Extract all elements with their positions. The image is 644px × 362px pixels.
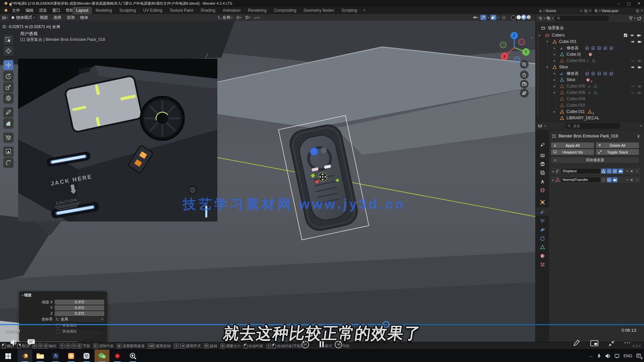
tab-material[interactable] [536, 252, 549, 260]
shrink-button[interactable] [608, 340, 615, 347]
xray-toggle[interactable] [500, 15, 506, 20]
camera-view-button[interactable] [520, 80, 529, 88]
properties-editor-type-icon[interactable] [538, 124, 542, 128]
viewlayer-selector[interactable]: ▾ ViewLayer ✕ [593, 7, 644, 14]
outliner-editor-type-icon[interactable] [538, 16, 542, 21]
menu-file[interactable]: 文件 [9, 8, 23, 13]
render-camera-off-icon[interactable] [637, 90, 642, 95]
expand-arrow[interactable]: ▸ [554, 46, 555, 50]
outliner-row-cube001[interactable]: ▾ Cube.001 [536, 39, 644, 45]
hide-eye-icon[interactable] [631, 40, 635, 44]
visibility-dropdown[interactable]: ▾ [472, 15, 479, 20]
tool-cursor[interactable] [3, 46, 13, 56]
properties-search-input[interactable] [572, 124, 610, 128]
outliner-row-cutter009[interactable]: Cutter.009 [536, 96, 644, 102]
modifier-name-field[interactable]: Displace [561, 169, 600, 174]
tab-scripting[interactable]: Scripting [338, 7, 361, 14]
tray-chevron[interactable]: ︿ [589, 353, 593, 359]
notification-tray-icon[interactable]: 5 [636, 353, 641, 359]
expand-arrow[interactable]: ▾ [546, 65, 548, 69]
minimize-button[interactable]: – [614, 0, 624, 7]
outliner-row-slice-data[interactable]: ▸ Slice 4 [536, 77, 644, 83]
orthographic-toggle-button[interactable] [520, 89, 529, 98]
microphone-icon[interactable] [597, 353, 601, 359]
maximize-button[interactable]: ▢ [624, 0, 634, 7]
close-button[interactable]: ✕ [634, 0, 644, 7]
shading-solid-button[interactable] [517, 15, 521, 19]
outliner-row-slice[interactable]: ▾ Slice [536, 64, 644, 70]
add-workspace-button[interactable]: + [361, 7, 368, 14]
toggle-render[interactable] [618, 169, 623, 174]
taskbar-app-orange[interactable] [64, 350, 78, 362]
tool-decal[interactable] [3, 146, 13, 157]
expand-arrow[interactable]: ▾ [546, 40, 548, 43]
taskbar-app-gray[interactable] [79, 350, 94, 362]
outliner-row-cutter006[interactable]: ▸ Cutter.006 [536, 89, 644, 96]
viewport-3d[interactable]: JACK HERE CAUTION D: -0.02671 m (0.02671… [0, 21, 535, 342]
remove-modifier-icon[interactable]: ✕ [630, 169, 633, 174]
hide-eye-closed-icon[interactable] [631, 59, 635, 63]
menu-view[interactable]: 视图 [38, 15, 50, 20]
tab-modifiers[interactable] [536, 207, 549, 216]
pan-button[interactable] [520, 70, 529, 79]
new-viewlayer-icon[interactable] [636, 9, 639, 13]
hide-eye-closed-icon[interactable] [631, 90, 635, 95]
tab-geometry-nodes[interactable]: Geometry Nodes [300, 7, 338, 14]
render-camera-icon[interactable] [637, 33, 641, 38]
toggle-realtime[interactable] [607, 177, 612, 182]
tab-modeling[interactable]: Modeling [92, 7, 116, 14]
tool-add-cube[interactable] [3, 132, 13, 142]
taskbar-app-dark[interactable] [48, 350, 63, 362]
tool-scale[interactable] [3, 82, 13, 92]
tab-rendering[interactable]: Rendering [244, 7, 270, 14]
pin-icon[interactable] [579, 9, 583, 13]
pin-icon[interactable] [636, 134, 641, 139]
outliner-row-cutter010[interactable]: Cutter.010 [536, 102, 644, 108]
expand-arrow[interactable]: ▸ [554, 53, 555, 56]
tab-constraints[interactable] [536, 234, 549, 242]
outliner-display-mode-icon[interactable] [546, 16, 551, 20]
outliner-row-cutter004[interactable]: ▸ Cutter.004 [536, 58, 644, 64]
expand-arrow[interactable]: ▸ [554, 72, 555, 75]
toggle-cage[interactable] [607, 169, 612, 174]
outliner-row-scene-collection[interactable]: 场景集合 [536, 25, 644, 31]
display-icon[interactable] [614, 353, 620, 359]
outliner-row-cutters[interactable]: ▸ Cutters [536, 32, 644, 38]
modifier-extras-dropdown[interactable]: ▾ [627, 178, 628, 181]
modifier-extras-dropdown[interactable]: ▾ [627, 170, 628, 173]
new-scene-icon[interactable] [584, 9, 588, 13]
scene-selector[interactable]: ▾ Scene ✕ [537, 7, 593, 14]
shading-material-button[interactable] [522, 15, 526, 19]
orientation-dropdown[interactable]: 全局 ▾ [55, 317, 104, 322]
scale-x-field[interactable]: 0.372 [55, 300, 104, 305]
taskbar-app-screen-capture[interactable] [125, 350, 140, 362]
tab-compositing[interactable]: Compositing [270, 7, 300, 14]
volume-button[interactable] [9, 339, 17, 346]
expand-arrow[interactable]: ▸ [554, 78, 555, 81]
tab-texture-paint[interactable]: Texture Paint [166, 7, 197, 14]
hide-eye-icon[interactable] [630, 33, 634, 38]
tab-uv-editing[interactable]: UV Editing [140, 7, 166, 14]
outliner-search-input[interactable] [562, 15, 597, 21]
properties-options-dropdown[interactable]: ▾ [640, 124, 644, 127]
mode-dropdown[interactable]: 物体模式▾ [9, 15, 37, 20]
toggle-render[interactable] [612, 177, 618, 182]
menu-add[interactable]: 添加 [65, 15, 77, 20]
menu-render[interactable]: 渲染 [36, 8, 50, 13]
zoom-button[interactable] [520, 60, 529, 69]
outliner-row-cutter005[interactable]: ▸ Cutter.005 [536, 83, 644, 89]
tool-corner[interactable] [3, 158, 13, 168]
pivot-point-dropdown[interactable]: ▾ [235, 15, 242, 20]
blender-menu-icon[interactable] [3, 8, 8, 12]
tab-animation[interactable]: Animation [219, 7, 244, 14]
toggle-realtime[interactable] [612, 169, 618, 174]
skip-back-button[interactable]: 10 [300, 340, 310, 349]
unlink-scene-icon[interactable]: ✕ [589, 9, 592, 13]
more-options-button[interactable]: ⋯ [624, 339, 631, 347]
render-camera-off-icon[interactable] [637, 84, 642, 88]
toggle-edit-mode[interactable] [601, 177, 606, 182]
pause-button[interactable] [319, 341, 325, 348]
exclude-checkbox[interactable] [624, 33, 628, 37]
new-collection-icon[interactable] [637, 16, 642, 21]
menu-select[interactable]: 选择 [51, 15, 63, 20]
